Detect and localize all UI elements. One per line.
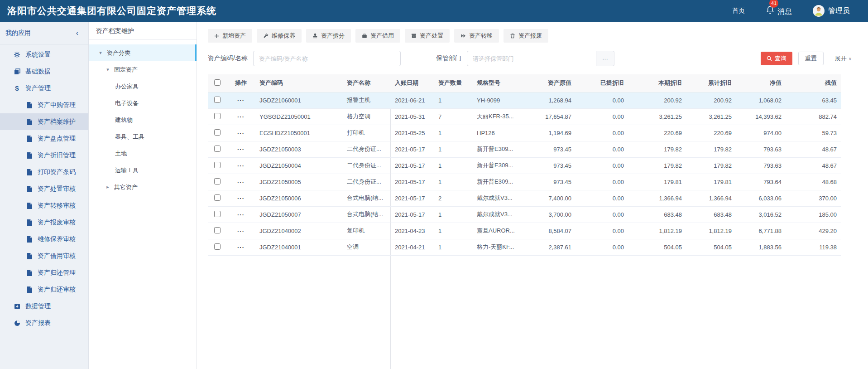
tree-node-label: 固定资产: [114, 66, 138, 74]
cell-model: 新开普E309...: [472, 157, 526, 174]
row-checkbox[interactable]: [214, 113, 221, 119]
sidebar-item-maintenance-audit[interactable]: 维修保养审核: [0, 231, 88, 248]
row-actions-button[interactable]: ···: [237, 195, 245, 202]
asset-disposal-button[interactable]: 资产处置: [405, 29, 450, 43]
row-checkbox[interactable]: [214, 194, 221, 201]
row-actions-button[interactable]: ···: [237, 228, 245, 234]
caret-down-icon[interactable]: ▾: [105, 67, 110, 73]
row-checkbox[interactable]: [214, 243, 221, 250]
asset-code-input[interactable]: [253, 51, 401, 66]
tree-node-land[interactable]: 土地: [89, 145, 197, 162]
tree-node-office-furniture[interactable]: 办公家具: [89, 78, 197, 95]
cell-code: JGDZ21050004: [255, 157, 342, 174]
asset-split-button[interactable]: 资产拆分: [306, 29, 351, 43]
asset-scrap-button[interactable]: 资产报废: [504, 29, 548, 43]
sidebar-item-return-management[interactable]: 资产归还管理: [0, 264, 88, 281]
table-row[interactable]: ··· JGDZ21040002 复印机 2021-04-23 1 震旦AURO…: [208, 223, 841, 239]
cell-code: JGDZ21040002: [255, 223, 342, 239]
nav-home-link[interactable]: 首页: [732, 7, 745, 15]
table-row[interactable]: ··· JGDZ21050006 台式电脑(结... 2021-05-17 2 …: [208, 190, 841, 206]
row-actions-button[interactable]: ···: [237, 179, 245, 185]
asset-transfer-button[interactable]: 资产转移: [454, 29, 499, 43]
sidebar-item-asset-inventory[interactable]: 资产盘点管理: [0, 130, 88, 147]
file-icon: [26, 236, 33, 243]
expand-toggle[interactable]: 展开 ∨: [835, 54, 852, 63]
sidebar-item-borrow-audit[interactable]: 资产借用审核: [0, 248, 88, 264]
messages-button[interactable]: 41 消息: [766, 5, 792, 17]
row-actions-button[interactable]: ···: [237, 97, 245, 104]
table-row[interactable]: ··· JGDZ21050004 二代身份证... 2021-05-17 1 新…: [208, 157, 841, 174]
caret-down-icon[interactable]: ▾: [98, 50, 103, 56]
row-checkbox[interactable]: [214, 129, 221, 136]
sidebar-item-return-audit[interactable]: 资产归还审核: [0, 281, 88, 298]
table-row[interactable]: ··· JGDZ21040001 空调 2021-04-21 1 格力-天丽KF…: [208, 239, 841, 255]
cell-net: 1,068.02: [736, 92, 786, 108]
cell-provided: 0.00: [576, 125, 628, 141]
cell-residual: 119.38: [786, 239, 841, 255]
col-name: 资产名称: [342, 74, 390, 92]
row-actions-button[interactable]: ···: [237, 130, 245, 136]
table-row[interactable]: ··· JGDZ21050005 二代身份证... 2021-05-17 1 新…: [208, 174, 841, 190]
sidebar-item-data-management[interactable]: 数据管理: [0, 298, 88, 315]
tree-node-label: 其它资产: [114, 183, 138, 191]
row-checkbox[interactable]: [214, 178, 221, 184]
cell-model: 新开普E309...: [472, 141, 526, 157]
col-net: 净值: [736, 74, 786, 92]
row-actions-button[interactable]: ···: [237, 146, 245, 153]
tree-node-electronics[interactable]: 电子设备: [89, 95, 197, 112]
cell-code: JGDZ21050003: [255, 141, 342, 157]
sidebar-item-asset-depreciation[interactable]: 资产折旧管理: [0, 147, 88, 164]
row-actions-button[interactable]: ···: [237, 244, 245, 251]
row-checkbox[interactable]: [214, 97, 221, 103]
row-checkbox[interactable]: [214, 146, 221, 152]
tree-node-other-assets[interactable]: ▸ 其它资产: [89, 179, 197, 195]
add-asset-button[interactable]: 新增资产: [208, 29, 252, 43]
sidebar-item-label: 资产报废审核: [38, 218, 76, 227]
cell-residual: 429.20: [786, 223, 841, 239]
maintenance-button[interactable]: 维修保养: [257, 29, 302, 43]
sidebar-item-asset-management[interactable]: $ 资产管理: [0, 80, 88, 97]
dept-picker-button[interactable]: ···: [596, 51, 614, 66]
row-actions-button[interactable]: ···: [237, 113, 245, 120]
caret-right-icon[interactable]: ▸: [105, 184, 110, 190]
table-row[interactable]: ··· JGDZ21050003 二代身份证... 2021-05-17 1 新…: [208, 141, 841, 157]
table-row[interactable]: ··· EGSHDZ21050001 打印机 2021-05-25 1 HP12…: [208, 125, 841, 141]
tree-node-tools[interactable]: 器具、工具: [89, 128, 197, 145]
cell-provided: 0.00: [576, 92, 628, 108]
tree-node-transport[interactable]: 运输工具: [89, 162, 197, 179]
sidebar-item-label: 资产折旧管理: [38, 151, 76, 160]
tree-node-fixed-assets[interactable]: ▾ 固定资产: [89, 61, 197, 78]
user-menu[interactable]: 管理员: [813, 5, 850, 17]
sidebar-item-print-barcode[interactable]: 打印资产条码: [0, 164, 88, 180]
table-row[interactable]: ··· JGDZ21060001 报警主机 2021-06-21 1 YH-90…: [208, 92, 841, 108]
cell-qty: 1: [434, 206, 472, 223]
sidebar-item-label: 系统设置: [25, 51, 51, 59]
tree-node-buildings[interactable]: 建筑物: [89, 112, 197, 128]
sidebar-item-base-data[interactable]: 基础数据: [0, 63, 88, 80]
sidebar-item-system-settings[interactable]: 系统设置: [0, 46, 88, 63]
sidebar-item-asset-purchase[interactable]: 资产申购管理: [0, 97, 88, 113]
sidebar-item-transfer-audit[interactable]: 资产转移审核: [0, 197, 88, 214]
sidebar-collapse-icon[interactable]: ‹: [76, 29, 78, 37]
reset-button[interactable]: 重置: [798, 52, 824, 65]
cell-model: 震旦AUROR...: [472, 223, 526, 239]
sidebar-item-disposal-audit[interactable]: 资产处置审核: [0, 180, 88, 197]
tree-node-asset-category[interactable]: ▾ 资产分类: [89, 44, 197, 61]
sidebar-item-asset-reports[interactable]: 资产报表: [0, 315, 88, 331]
sidebar-item-asset-archive[interactable]: 资产档案维护: [0, 113, 88, 130]
row-actions-button[interactable]: ···: [237, 211, 245, 218]
table-row[interactable]: ··· YGSGDZ21050001 格力空调 2021-05-31 7 天丽K…: [208, 108, 841, 125]
button-label: 资产借用: [370, 32, 394, 40]
copy-icon: [14, 68, 20, 75]
dept-input[interactable]: [467, 51, 596, 66]
table-row[interactable]: ··· JGDZ21050007 台式电脑(结... 2021-05-17 1 …: [208, 206, 841, 223]
asset-borrow-button[interactable]: 资产借用: [355, 29, 400, 43]
row-checkbox[interactable]: [214, 211, 221, 217]
sidebar-item-scrap-audit[interactable]: 资产报废审核: [0, 214, 88, 231]
row-checkbox[interactable]: [214, 227, 221, 233]
row-checkbox[interactable]: [214, 162, 221, 168]
select-all-checkbox[interactable]: [214, 79, 221, 86]
cell-provided: 0.00: [576, 157, 628, 174]
query-button[interactable]: 查询: [761, 52, 792, 65]
row-actions-button[interactable]: ···: [237, 162, 245, 169]
